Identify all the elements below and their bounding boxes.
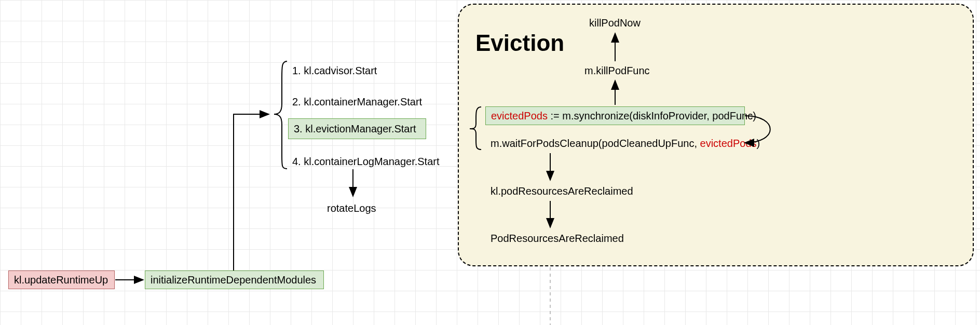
step-1-label: 1. kl.cadvisor.Start [292,65,377,77]
step-2-label: 2. kl.containerManager.Start [292,96,422,108]
node-init-modules-label: initializeRuntimeDependentModules [151,274,316,286]
node-update-runtime-up-label: kl.updateRuntimeUp [14,274,108,286]
pod-resources-reclaimed-2: PodResourcesAreReclaimed [491,233,624,245]
step-4-label: 4. kl.containerLogManager.Start [292,156,440,168]
synchronize-rest: := m.synchronize(diskInfoProvider, podFu… [548,110,756,121]
node-update-runtime-up: kl.updateRuntimeUp [8,270,115,289]
eviction-title: Eviction [475,30,564,56]
synchronize-evicted-pods: evictedPods [491,110,548,121]
wait-cleanup-label: m.waitForPodsCleanup(podCleanedUpFunc, e… [491,138,760,150]
step-3-box: 3. kl.evictionManager.Start [288,118,426,139]
synchronize-text: evictedPods := m.synchronize(diskInfoPro… [491,110,756,122]
wait-cleanup-prefix: m.waitForPodsCleanup(podCleanedUpFunc, [491,138,700,149]
rotate-logs-label: rotateLogs [327,202,376,214]
wait-cleanup-suffix: ) [757,138,760,149]
synchronize-box: evictedPods := m.synchronize(diskInfoPro… [485,106,745,125]
kill-pod-func-label: m.killPodFunc [584,65,650,77]
node-init-modules: initializeRuntimeDependentModules [145,270,324,289]
wait-cleanup-evicted-pods: evictedPods [700,138,757,149]
step-3-label: 3. kl.evictionManager.Start [294,123,416,135]
pod-resources-reclaimed-1: kl.podResourcesAreReclaimed [491,185,633,197]
kill-pod-now-label: killPodNow [589,17,641,29]
